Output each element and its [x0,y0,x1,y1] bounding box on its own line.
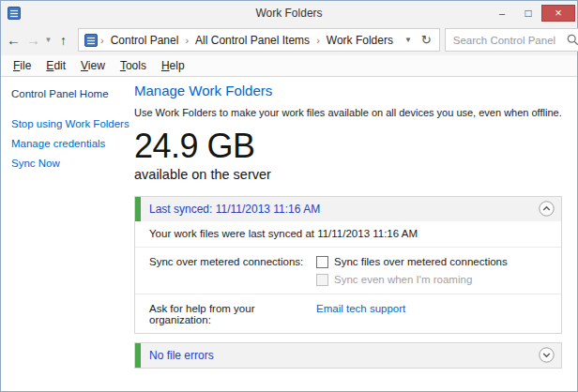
chevron-up-circle-icon[interactable] [539,201,555,217]
maximize-button[interactable]: □ [515,5,541,22]
search-input[interactable] [446,35,567,46]
storage-amount: 24.9 GB [134,128,562,164]
last-synced-section: Last synced: 11/11/2013 11:16 AM Your wo… [134,196,562,334]
recent-locations-dropdown[interactable]: ▼ [43,29,53,52]
sidebar-item-stop-using-work-folders[interactable]: Stop using Work Folders [11,118,127,129]
refresh-icon[interactable]: ↻ [418,33,439,47]
sidebar: Control Panel Home Stop using Work Folde… [1,77,132,391]
sync-metered-label: Sync files over metered connections [334,256,508,267]
page-description: Use Work Folders to make your work files… [134,107,562,118]
help-label: Ask for help from your organization: [149,303,316,325]
sync-metered-checkbox[interactable] [316,256,328,268]
menu-edit[interactable]: Edit [38,56,73,75]
sidebar-item-manage-credentials[interactable]: Manage credentials [11,138,127,149]
breadcrumb-work-folders[interactable]: Work Folders [321,31,399,50]
file-errors-header[interactable]: No file errors [135,343,561,368]
forward-button[interactable]: → [23,29,43,52]
storage-label: available on the server [134,167,562,182]
search-icon[interactable] [567,34,578,46]
main-panel: Manage Work Folders Use Work Folders to … [132,77,578,391]
menu-tools[interactable]: Tools [113,56,154,75]
location-icon [84,34,98,47]
control-panel-icon[interactable] [8,7,21,20]
sidebar-item-control-panel-home[interactable]: Control Panel Home [11,88,127,99]
page-title: Manage Work Folders [134,83,562,98]
menu-view[interactable]: View [73,56,113,75]
menu-file[interactable]: File [6,56,38,75]
sync-roaming-option: Sync even when I'm roaming [316,274,508,286]
close-button[interactable]: × [541,5,575,22]
last-synced-status: Your work files were last synced at 11/1… [135,221,561,248]
minimize-button[interactable]: – [489,5,515,22]
window-controls: – □ × [489,5,575,22]
address-bar[interactable]: › Control Panel › All Control Panel Item… [78,28,440,52]
sync-metered-option: Sync files over metered connections [316,256,508,268]
sync-roaming-checkbox [316,274,328,286]
last-synced-body: Your work files were last synced at 11/1… [135,221,561,333]
metered-connections-options: Sync files over metered connections Sync… [316,256,508,286]
sync-roaming-label: Sync even when I'm roaming [334,274,472,285]
menu-help[interactable]: Help [154,56,192,75]
work-folders-window: Work Folders – □ × ← → ▼ ↑ › Control Pan… [0,0,578,392]
content-area: Control Panel Home Stop using Work Folde… [1,77,577,391]
file-errors-header-label: No file errors [149,349,214,362]
last-synced-header-label: Last synced: 11/11/2013 11:16 AM [149,203,320,216]
metered-connections-row: Sync over metered connections: Sync file… [135,248,561,294]
last-synced-header[interactable]: Last synced: 11/11/2013 11:16 AM [135,197,561,221]
back-button[interactable]: ← [4,29,23,52]
email-tech-support-link[interactable]: Email tech support [316,303,405,325]
breadcrumb-control-panel[interactable]: Control Panel [105,31,185,50]
breadcrumb-all-control-panel-items[interactable]: All Control Panel Items [190,31,315,50]
chevron-down-circle-icon[interactable] [539,347,555,363]
title-bar: Work Folders – □ × [1,1,577,24]
menu-bar: File Edit View Tools Help [1,55,577,77]
help-row: Ask for help from your organization: Ema… [135,294,561,333]
search-box [445,28,578,52]
address-dropdown-icon[interactable]: ▼ [399,36,418,44]
file-errors-section: No file errors [134,342,562,369]
sidebar-item-sync-now[interactable]: Sync Now [11,158,127,169]
up-button[interactable]: ↑ [53,29,73,52]
navigation-bar: ← → ▼ ↑ › Control Panel › All Control Pa… [1,24,577,55]
metered-connections-label: Sync over metered connections: [149,256,316,286]
